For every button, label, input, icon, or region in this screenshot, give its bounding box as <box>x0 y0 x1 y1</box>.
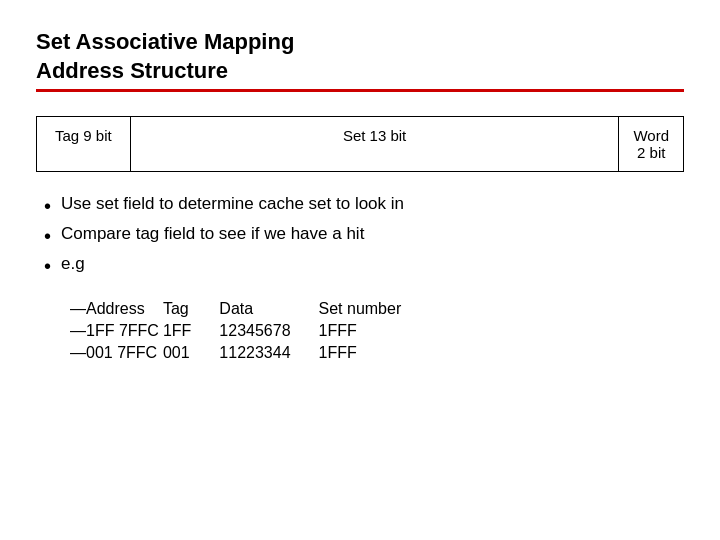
list-item: • e.g <box>44 254 684 278</box>
tag-field: Tag 9 bit <box>37 117 131 171</box>
table-cell: —1FF 7FFC <box>70 320 163 342</box>
table-row: —Address Tag Data Set number <box>70 298 429 320</box>
table-cell: 1FF <box>163 320 219 342</box>
bullet-icon: • <box>44 194 51 218</box>
table-cell: —Address <box>70 298 163 320</box>
table-cell: 12345678 <box>219 320 318 342</box>
address-structure-diagram: Tag 9 bit Set 13 bit Word2 bit <box>36 116 684 172</box>
table-cell: 11223344 <box>219 342 318 364</box>
table-cell: 1FFF <box>319 320 430 342</box>
table-cell: 001 <box>163 342 219 364</box>
list-item: • Compare tag field to see if we have a … <box>44 224 684 248</box>
list-item: • Use set field to determine cache set t… <box>44 194 684 218</box>
page-title: Set Associative Mapping Address Structur… <box>36 28 684 85</box>
set-field: Set 13 bit <box>131 117 620 171</box>
page: Set Associative Mapping Address Structur… <box>0 0 720 540</box>
example-table: —Address Tag Data Set number —1FF 7FFC 1… <box>70 298 684 364</box>
word-field: Word2 bit <box>619 117 683 171</box>
bullet-icon: • <box>44 254 51 278</box>
title-divider <box>36 89 684 92</box>
table-row: —001 7FFC 001 11223344 1FFF <box>70 342 429 364</box>
table-cell: Tag <box>163 298 219 320</box>
table-cell: Data <box>219 298 318 320</box>
table-cell: —001 7FFC <box>70 342 163 364</box>
table-cell: 1FFF <box>319 342 430 364</box>
table-cell: Set number <box>319 298 430 320</box>
bullet-list: • Use set field to determine cache set t… <box>36 194 684 278</box>
table-row: —1FF 7FFC 1FF 12345678 1FFF <box>70 320 429 342</box>
bullet-icon: • <box>44 224 51 248</box>
